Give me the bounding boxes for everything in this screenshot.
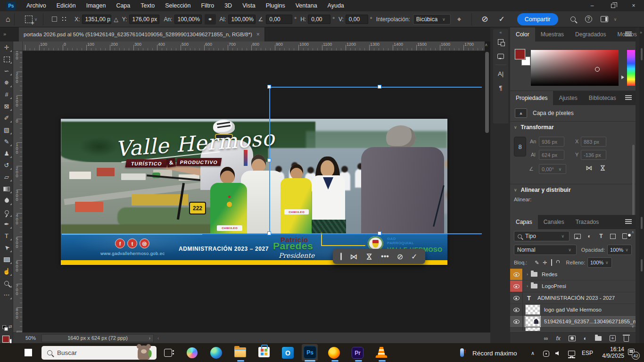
tab-degradados[interactable]: Degradados xyxy=(570,27,611,41)
task-view-button[interactable] xyxy=(164,347,174,358)
transform-x-input[interactable]: 883 px xyxy=(581,137,606,147)
marquee-tool[interactable] xyxy=(0,53,13,65)
saturation-field[interactable] xyxy=(531,50,619,86)
fill-select[interactable]: 100% ∨ xyxy=(587,257,612,268)
hue-slider[interactable] xyxy=(627,50,635,86)
document-tab[interactable]: portada 2026.psd al 50% (519426149_62357… xyxy=(19,27,265,41)
foreground-color-swatch[interactable] xyxy=(515,49,525,59)
minimize-button[interactable]: – xyxy=(582,0,603,11)
microsoft-store-icon[interactable] xyxy=(258,347,270,357)
photoshop-icon[interactable]: Ps xyxy=(304,346,316,359)
eye-icon[interactable] xyxy=(513,308,520,312)
weather-widget-text[interactable]: Récord máximo xyxy=(472,350,517,357)
scroll-down-icon[interactable]: ∨ xyxy=(631,324,634,329)
transform-width-input[interactable]: 936 px xyxy=(539,137,564,147)
tab-capas[interactable]: Capas xyxy=(510,215,538,229)
tab-canales[interactable]: Canales xyxy=(538,215,570,229)
transform-tool-icon[interactable] xyxy=(25,16,33,23)
panel-grip[interactable] xyxy=(641,259,643,272)
chevron-down-icon[interactable]: ∨ xyxy=(514,188,517,192)
gradient-tool[interactable] xyxy=(0,183,13,195)
menu-texto[interactable]: Texto xyxy=(135,0,160,11)
flip-vertical-icon[interactable]: ⋈ xyxy=(365,253,374,260)
panel-menu-icon[interactable] xyxy=(625,32,632,33)
layer-visibility-cell[interactable] xyxy=(510,316,523,327)
help-icon[interactable]: ? xyxy=(585,16,592,23)
chevron-right-icon[interactable]: › xyxy=(149,336,150,341)
search-icon[interactable] xyxy=(570,16,576,22)
expand-dock-icon[interactable]: » xyxy=(640,30,642,35)
language-indicator[interactable]: ESP xyxy=(582,350,593,356)
layer-row[interactable]: 519426149_62357...130496271855_n xyxy=(510,316,636,328)
layer-row[interactable]: ›LogoPresi xyxy=(510,280,636,292)
tab-trazados[interactable]: Trazados xyxy=(570,215,605,229)
tab-propiedades[interactable]: Propiedades xyxy=(510,91,553,105)
tab-bibliotecas[interactable]: Bibliotecas xyxy=(583,91,622,105)
menu-selección[interactable]: Selección xyxy=(160,0,196,11)
hskew-input[interactable]: 0,00 xyxy=(308,15,330,24)
color-picker-ring[interactable] xyxy=(595,67,600,72)
screen-record-icon[interactable] xyxy=(543,351,549,357)
transform-box-bottom[interactable] xyxy=(62,233,482,234)
chevron-right-icon[interactable]: › xyxy=(527,284,528,288)
vlc-icon[interactable] xyxy=(375,347,388,358)
default-colors-icon[interactable]: ⇄ xyxy=(2,324,12,334)
foreground-color-chip[interactable] xyxy=(2,336,9,343)
maintain-aspect-icon[interactable]: ⚭ xyxy=(205,14,216,25)
x-input[interactable]: 1351,00 px xyxy=(82,15,111,24)
lock-pixels-icon[interactable]: ✎ xyxy=(535,260,539,266)
layer-row-partial[interactable] xyxy=(510,328,636,331)
dodge-tool[interactable] xyxy=(0,206,13,218)
shape-tool[interactable] xyxy=(0,254,13,265)
menu-capa[interactable]: Capa xyxy=(111,0,135,11)
filter-pixel-layers-icon[interactable] xyxy=(574,234,581,239)
crop-tool[interactable]: # xyxy=(0,89,13,100)
add-mask-icon[interactable] xyxy=(569,336,576,341)
document-info[interactable]: 1640 px x 624 px (72 ppp) › xyxy=(41,334,154,342)
expand-panels-icon[interactable]: » xyxy=(3,31,6,37)
clone-stamp-tool[interactable]: ♟ xyxy=(0,148,13,159)
flip-vertical-icon[interactable]: ⋈ xyxy=(599,165,607,171)
path-selection-tool[interactable]: ➤ xyxy=(0,242,13,254)
pen-tool[interactable]: ✒ xyxy=(0,218,13,230)
zoom-tool[interactable] xyxy=(0,277,13,289)
vskew-input[interactable]: 0,00 xyxy=(346,15,368,24)
menu-filtro[interactable]: Filtro xyxy=(196,0,219,11)
transform-height-input[interactable]: 624 px xyxy=(539,150,564,160)
tab-motivos[interactable]: Motivos xyxy=(611,27,642,41)
frame-tool[interactable]: ⊠ xyxy=(0,100,13,112)
y-input[interactable]: 176,00 px xyxy=(129,15,159,24)
hand-tool[interactable]: ☝ xyxy=(0,265,13,277)
layer-comps-icon[interactable] xyxy=(493,35,508,49)
chevron-down-icon[interactable]: ∨ xyxy=(614,17,617,22)
panel-grip[interactable] xyxy=(641,48,643,60)
menu-edición[interactable]: Edición xyxy=(51,0,81,11)
chevron-right-icon[interactable]: › xyxy=(527,272,528,277)
paragraph-panel-icon[interactable]: ¶ xyxy=(493,81,508,95)
share-button[interactable]: Compartir xyxy=(517,13,558,25)
menu-imagen[interactable]: Imagen xyxy=(81,0,111,11)
comments-icon[interactable] xyxy=(493,49,508,63)
reference-point-checkbox[interactable] xyxy=(52,16,57,22)
link-dimensions-icon[interactable]: 8 xyxy=(514,137,526,156)
collapse-panels-icon[interactable]: « xyxy=(493,30,508,35)
panel-menu-icon[interactable] xyxy=(625,219,632,220)
rotation-select[interactable]: 0,00° ∨ xyxy=(539,164,566,174)
chevron-left-icon[interactable]: ‹ xyxy=(157,336,159,341)
menu-3d[interactable]: 3D xyxy=(219,0,237,11)
menu-plugins[interactable]: Plugins xyxy=(261,0,290,11)
layer-visibility-cell[interactable] xyxy=(510,280,523,292)
edit-toolbar[interactable]: ⋯ xyxy=(0,289,13,301)
transform-box-top[interactable] xyxy=(269,87,482,88)
layer-visibility-cell[interactable] xyxy=(510,269,523,280)
scroll-up-icon[interactable]: ∧ xyxy=(485,42,488,47)
menu-ventana[interactable]: Ventana xyxy=(290,0,322,11)
tray-expand-icon[interactable]: ∧ xyxy=(531,350,535,356)
panel-grip[interactable] xyxy=(641,217,643,229)
reference-point-grid[interactable] xyxy=(61,16,68,23)
new-layer-icon[interactable]: + xyxy=(610,335,616,341)
start-button[interactable] xyxy=(25,349,32,356)
eye-icon[interactable] xyxy=(513,296,520,300)
panel-menu-icon[interactable] xyxy=(625,95,632,96)
layer-effects-icon[interactable]: fx xyxy=(556,335,560,342)
